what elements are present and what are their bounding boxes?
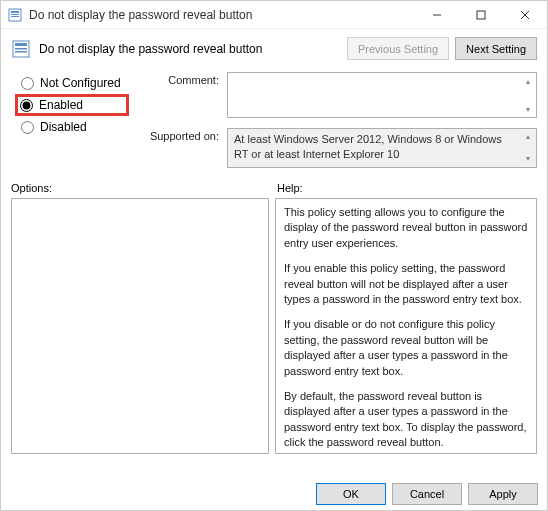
svg-rect-10 <box>15 48 27 50</box>
svg-rect-5 <box>477 11 485 19</box>
supported-on-label: Supported on: <box>139 128 219 168</box>
options-panel <box>11 198 269 454</box>
comment-label: Comment: <box>139 72 219 118</box>
policy-title: Do not display the password reveal butto… <box>39 42 341 56</box>
svg-rect-11 <box>15 51 27 53</box>
radio-not-configured-label: Not Configured <box>40 76 121 90</box>
config-area: Not Configured Enabled Disabled Comment:… <box>1 70 547 174</box>
titlebar: Do not display the password reveal butto… <box>1 1 547 29</box>
help-text: By default, the password reveal button i… <box>284 389 528 451</box>
close-button[interactable] <box>503 1 547 29</box>
radio-enabled-input[interactable] <box>20 99 33 112</box>
comment-input[interactable]: ▴ ▾ <box>227 72 537 118</box>
svg-rect-3 <box>11 16 19 17</box>
policy-icon <box>11 39 31 59</box>
state-radios: Not Configured Enabled Disabled <box>17 72 129 168</box>
help-text: If you disable or do not configure this … <box>284 317 528 379</box>
previous-setting-button[interactable]: Previous Setting <box>347 37 449 60</box>
footer-buttons: OK Cancel Apply <box>316 483 538 505</box>
radio-disabled[interactable]: Disabled <box>17 116 129 138</box>
chevron-up-icon[interactable]: ▴ <box>520 73 536 89</box>
help-text: This policy setting allows you to config… <box>284 205 528 251</box>
radio-not-configured-input[interactable] <box>21 77 34 90</box>
cancel-button[interactable]: Cancel <box>392 483 462 505</box>
apply-button[interactable]: Apply <box>468 483 538 505</box>
maximize-button[interactable] <box>459 1 503 29</box>
radio-enabled[interactable]: Enabled <box>15 94 129 116</box>
header: Do not display the password reveal butto… <box>1 29 547 70</box>
help-panel: This policy setting allows you to config… <box>275 198 537 454</box>
supported-on-text: At least Windows Server 2012, Windows 8 … <box>234 133 502 160</box>
ok-button[interactable]: OK <box>316 483 386 505</box>
policy-icon <box>7 7 23 23</box>
radio-enabled-label: Enabled <box>39 98 83 112</box>
radio-not-configured[interactable]: Not Configured <box>17 72 129 94</box>
svg-rect-2 <box>11 14 19 15</box>
next-setting-button[interactable]: Next Setting <box>455 37 537 60</box>
options-label: Options: <box>11 182 277 194</box>
svg-rect-1 <box>11 11 19 13</box>
minimize-button[interactable] <box>415 1 459 29</box>
chevron-up-icon[interactable]: ▴ <box>520 129 536 145</box>
chevron-down-icon[interactable]: ▾ <box>520 151 536 167</box>
svg-rect-9 <box>15 43 27 46</box>
chevron-down-icon[interactable]: ▾ <box>520 101 536 117</box>
help-text: If you enable this policy setting, the p… <box>284 261 528 307</box>
radio-disabled-label: Disabled <box>40 120 87 134</box>
help-label: Help: <box>277 182 303 194</box>
window-title: Do not display the password reveal butto… <box>29 8 415 22</box>
radio-disabled-input[interactable] <box>21 121 34 134</box>
supported-on-value: At least Windows Server 2012, Windows 8 … <box>227 128 537 168</box>
